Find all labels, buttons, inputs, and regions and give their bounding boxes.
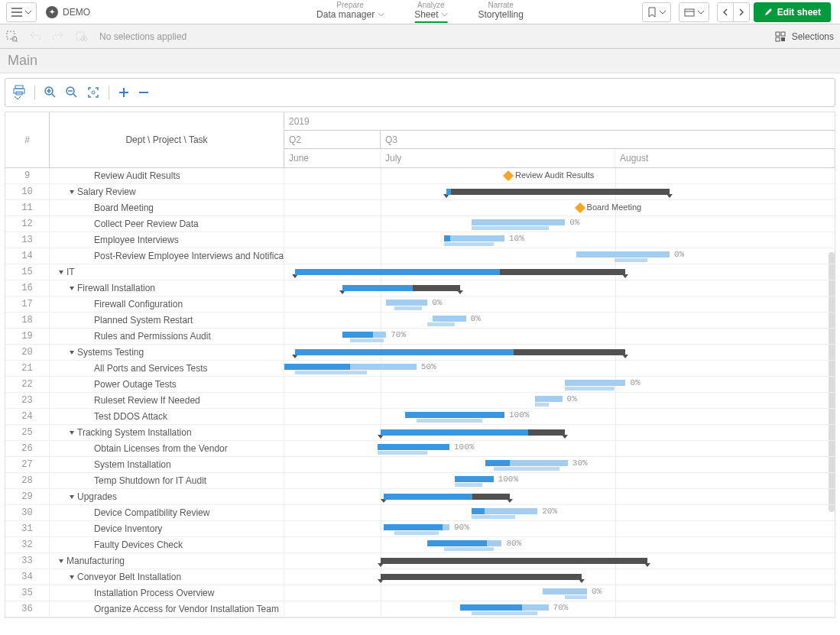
caret-down-icon[interactable] xyxy=(70,190,74,194)
row-number: 24 xyxy=(5,409,50,424)
summary-bar[interactable] xyxy=(342,285,461,291)
gantt-row[interactable]: 17Firewall Configuration0% xyxy=(5,296,835,313)
nav-narrate[interactable]: Narrate Storytelling xyxy=(478,1,524,23)
task-bar[interactable] xyxy=(378,444,449,450)
caret-down-icon[interactable] xyxy=(70,431,74,435)
progress-label: 70% xyxy=(391,330,406,339)
gantt-row[interactable]: 15IT xyxy=(5,264,835,280)
gantt-row[interactable]: 32Faulty Devices Check80% xyxy=(5,537,835,553)
gantt-row[interactable]: 34Conveyor Belt Installation xyxy=(5,569,835,585)
task-bar[interactable] xyxy=(543,588,587,595)
zoom-fit-icon[interactable] xyxy=(87,86,99,99)
actual-bar xyxy=(427,322,455,326)
progress-label: 0% xyxy=(592,587,602,596)
gantt-row[interactable]: 13Employee Interviews10% xyxy=(5,232,835,248)
task-bar[interactable] xyxy=(427,540,501,546)
milestone-marker[interactable] xyxy=(503,170,514,181)
gantt-row[interactable]: 29Upgrades xyxy=(5,489,835,505)
step-back-icon[interactable] xyxy=(29,31,41,43)
summary-bar[interactable] xyxy=(381,574,582,580)
gantt-row[interactable]: 23Ruleset Review If Needed0% xyxy=(5,393,835,409)
actual-bar xyxy=(444,547,494,551)
summary-bar[interactable] xyxy=(446,189,670,195)
gantt-row[interactable]: 31Device Inventory90% xyxy=(5,521,835,537)
zoom-in-icon[interactable] xyxy=(44,86,57,99)
gantt-body[interactable]: 9Review Audit ResultsReview Audit Result… xyxy=(5,168,835,617)
svg-rect-0 xyxy=(685,9,694,16)
summary-bar[interactable] xyxy=(381,429,565,436)
menu-button[interactable] xyxy=(6,2,37,22)
zoom-out-icon[interactable] xyxy=(66,86,78,99)
gantt-row[interactable]: 9Review Audit ResultsReview Audit Result… xyxy=(5,168,835,184)
gantt-row[interactable]: 18Planned System Restart0% xyxy=(5,313,835,329)
task-bar[interactable] xyxy=(535,396,563,402)
task-bar[interactable] xyxy=(405,412,504,418)
caret-down-icon[interactable] xyxy=(70,575,74,579)
task-bar[interactable] xyxy=(485,460,568,466)
task-bar[interactable] xyxy=(565,380,625,386)
nav-prepare[interactable]: Prepare Data manager xyxy=(316,1,384,23)
edit-sheet-button[interactable]: Edit sheet xyxy=(754,2,831,22)
summary-bar[interactable] xyxy=(295,349,625,355)
gantt-row[interactable]: 28Temp Shutdown for IT Audit100% xyxy=(5,473,835,489)
task-bar[interactable] xyxy=(472,219,565,225)
header-timeline: 2019 Q2Q3 JuneJulyAugust xyxy=(284,112,835,167)
next-sheet-button[interactable] xyxy=(733,2,750,22)
summary-bar[interactable] xyxy=(295,269,625,275)
progress-label: 100% xyxy=(454,442,474,452)
gantt-row[interactable]: 26Obtain Licenses from the Vendor100% xyxy=(5,441,835,457)
caret-down-icon[interactable] xyxy=(59,559,63,563)
gantt-row[interactable]: 22Power Outage Tests0% xyxy=(5,377,835,393)
row-number: 28 xyxy=(5,473,50,488)
row-task: Collect Peer Review Data xyxy=(50,216,284,232)
gantt-row[interactable]: 12Collect Peer Review Data0% xyxy=(5,216,835,232)
task-bar[interactable] xyxy=(433,316,465,322)
gantt-row[interactable]: 30Device Compatibility Review20% xyxy=(5,505,835,521)
gantt-row[interactable]: 25Tracking System Installation xyxy=(5,425,835,441)
caret-down-icon[interactable] xyxy=(70,287,74,290)
nav-analyze[interactable]: Analyze Sheet xyxy=(414,1,447,23)
selections-tool[interactable]: Selections xyxy=(775,31,834,42)
prev-sheet-button[interactable] xyxy=(717,2,734,22)
gantt-row[interactable]: 16Firewall Installation xyxy=(5,280,835,296)
task-bar[interactable] xyxy=(386,300,427,306)
task-bar[interactable] xyxy=(284,364,417,370)
summary-bar[interactable] xyxy=(384,494,511,500)
task-bar[interactable] xyxy=(342,332,387,338)
gantt-row[interactable]: 27System Installation30% xyxy=(5,457,835,473)
print-icon[interactable] xyxy=(13,85,25,100)
bookmark-button[interactable] xyxy=(642,2,671,22)
expand-icon[interactable] xyxy=(118,87,129,98)
sheets-button[interactable] xyxy=(679,2,709,22)
task-bar[interactable] xyxy=(455,476,493,482)
task-bar[interactable] xyxy=(576,251,670,258)
gantt-row[interactable]: 11Board MeetingBoard Meeting xyxy=(5,200,835,216)
task-bar[interactable] xyxy=(460,604,548,611)
summary-bar[interactable] xyxy=(381,558,647,564)
collapse-icon[interactable] xyxy=(138,87,149,98)
row-chart xyxy=(284,184,835,199)
step-forward-icon[interactable] xyxy=(52,31,64,43)
task-bar[interactable] xyxy=(472,508,537,514)
caret-down-icon[interactable] xyxy=(70,351,74,355)
actual-bar xyxy=(295,371,367,374)
task-bar[interactable] xyxy=(444,235,504,241)
gantt-row[interactable]: 21All Ports and Services Tests50% xyxy=(5,361,835,377)
milestone-marker[interactable] xyxy=(575,202,585,213)
caret-down-icon[interactable] xyxy=(70,495,74,499)
gantt-row[interactable]: 20Systems Testing xyxy=(5,345,835,361)
gantt-row[interactable]: 33Manufacturing xyxy=(5,553,835,569)
gantt-row[interactable]: 35Installation Process Overview0% xyxy=(5,585,835,601)
smart-search-icon[interactable] xyxy=(6,31,18,43)
gantt-row[interactable]: 10Salary Review xyxy=(5,184,835,200)
caret-down-icon[interactable] xyxy=(59,271,63,274)
gantt-row[interactable]: 19Rules and Permissions Audit70% xyxy=(5,329,835,345)
row-task: All Ports and Services Tests xyxy=(50,361,284,376)
clear-selections-icon[interactable] xyxy=(75,31,87,43)
task-bar[interactable] xyxy=(384,524,449,530)
gantt-row[interactable]: 36Organize Access for Vendor Installatio… xyxy=(5,601,835,617)
gantt-row[interactable]: 14Post-Review Employee Interviews and No… xyxy=(5,248,835,264)
gantt-row[interactable]: 24Test DDOS Attack100% xyxy=(5,409,835,425)
svg-rect-5 xyxy=(776,32,780,36)
actual-bar xyxy=(417,419,482,423)
